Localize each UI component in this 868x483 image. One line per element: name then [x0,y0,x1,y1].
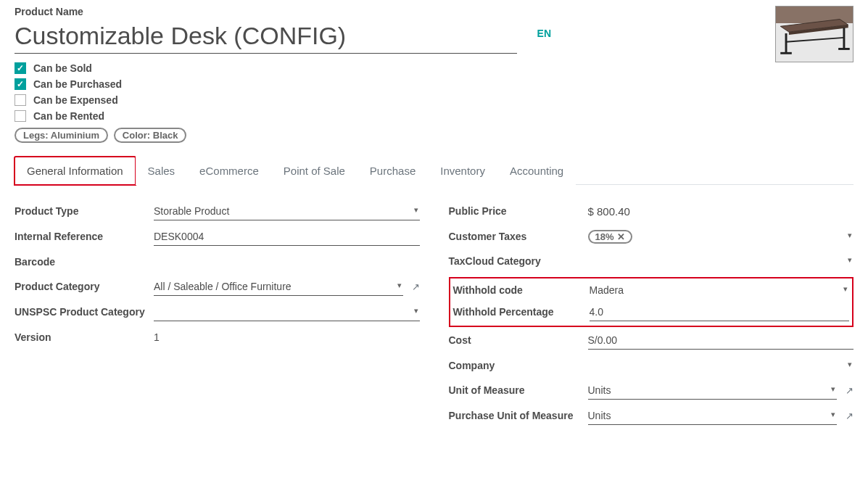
public-price-label: Public Price [449,205,579,218]
tab-purchase[interactable]: Purchase [357,157,428,185]
withhold-percentage-label: Withhold Percentage [453,305,581,318]
purchase-uom-select[interactable] [588,407,838,425]
public-price-value: $ 800.40 [588,202,630,220]
svg-line-6 [786,38,844,42]
withhold-code-label: Withhold code [453,284,581,297]
unit-of-measure-select[interactable] [588,381,838,400]
customer-tax-tag-remove-icon[interactable]: ✕ [617,231,625,242]
tab-accounting[interactable]: Accounting [497,157,576,185]
product-category-select[interactable] [154,278,403,296]
variant-tag-legs[interactable]: Legs: Aluminium [15,128,108,143]
can-be-purchased-label: Can be Purchased [33,78,122,90]
withhold-code-select[interactable] [590,281,850,299]
product-name-label: Product Name [15,6,752,17]
cost-input[interactable] [588,331,854,350]
product-category-label: Product Category [15,280,145,293]
unit-of-measure-label: Unit of Measure [449,384,579,397]
can-be-sold-label: Can be Sold [33,62,92,74]
customer-taxes-label: Customer Taxes [449,230,579,243]
version-input[interactable] [154,329,420,346]
customer-tax-tag[interactable]: 18% ✕ [588,230,632,244]
purchase-uom-label: Purchase Unit of Measure [449,409,579,422]
language-badge[interactable]: EN [537,28,551,39]
product-category-external-link-icon[interactable]: ↗ [412,281,420,292]
can-be-expensed-label: Can be Expensed [33,94,118,106]
uom-external-link-icon[interactable]: ↗ [846,385,853,396]
form-tabs: General Information Sales eCommerce Poin… [15,156,853,185]
barcode-label: Barcode [15,255,145,268]
tab-sales[interactable]: Sales [136,157,188,185]
cost-label: Cost [449,334,579,347]
can-be-sold-checkbox[interactable] [15,62,26,74]
purchase-uom-external-link-icon[interactable]: ↗ [846,410,853,421]
product-type-label: Product Type [15,205,145,218]
can-be-purchased-checkbox[interactable] [15,78,26,90]
variant-tag-color[interactable]: Color: Black [114,128,187,143]
taxcloud-category-label: TaxCloud Category [449,255,579,268]
product-name-input[interactable] [15,19,517,54]
internal-reference-label: Internal Reference [15,230,145,243]
can-be-rented-label: Can be Rented [33,110,104,122]
internal-reference-input[interactable] [154,228,420,246]
company-label: Company [449,359,579,372]
taxcloud-category-select[interactable] [588,252,854,270]
unspsc-label: UNSPSC Product Category [15,305,145,318]
can-be-rented-checkbox[interactable] [15,110,26,122]
customer-tax-tag-text: 18% [595,231,614,242]
customer-taxes-input[interactable] [638,228,853,245]
product-type-select[interactable] [154,202,420,220]
tab-inventory[interactable]: Inventory [428,157,497,185]
tab-ecommerce[interactable]: eCommerce [187,157,271,185]
tab-point-of-sale[interactable]: Point of Sale [271,157,357,185]
desk-image-icon [776,7,853,62]
withhold-highlight-box: Withhold code Withhold Percentage [449,277,854,327]
can-be-expensed-checkbox[interactable] [15,94,26,106]
barcode-input[interactable] [154,253,420,271]
product-image[interactable] [775,6,853,62]
version-label: Version [15,331,145,344]
withhold-percentage-input[interactable] [590,303,850,321]
unspsc-select[interactable] [154,303,420,321]
tab-general-information[interactable]: General Information [15,157,136,185]
company-select[interactable] [588,357,854,374]
